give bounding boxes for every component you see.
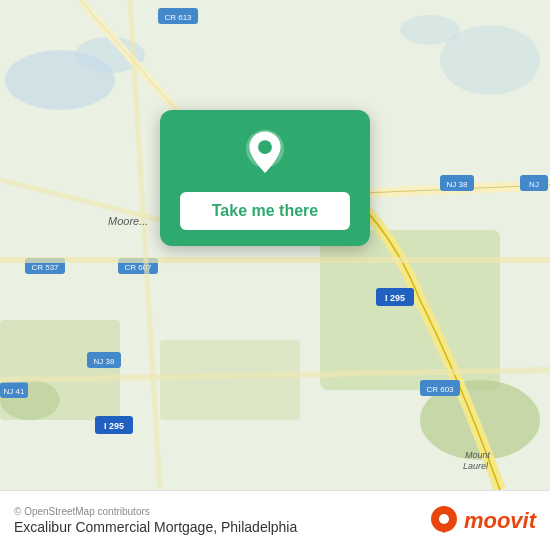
info-bar: © OpenStreetMap contributors Excalibur C…	[0, 490, 550, 550]
svg-text:I 295: I 295	[385, 293, 405, 303]
svg-point-44	[439, 514, 449, 524]
place-name: Excalibur Commercial Mortgage, Philadelp…	[14, 519, 297, 535]
svg-point-4	[400, 15, 460, 45]
moovit-logo: moovit	[428, 505, 536, 537]
copyright-text: © OpenStreetMap contributors	[14, 506, 297, 517]
svg-text:Laurel: Laurel	[463, 461, 489, 471]
action-card: Take me there	[160, 110, 370, 246]
svg-text:I 295: I 295	[104, 421, 124, 431]
moovit-brand-label: moovit	[464, 508, 536, 534]
svg-text:Mount: Mount	[465, 450, 491, 460]
svg-text:NJ 38: NJ 38	[447, 180, 468, 189]
svg-text:NJ 41: NJ 41	[4, 387, 25, 396]
map-area: I 295 I 295 CR 613 NJ 38 NJ CR 537 CR 60…	[0, 0, 550, 490]
svg-text:CR 613: CR 613	[164, 13, 192, 22]
svg-rect-7	[160, 340, 300, 420]
svg-text:NJ 38: NJ 38	[94, 357, 115, 366]
svg-point-42	[258, 140, 272, 154]
svg-rect-5	[320, 230, 500, 390]
take-me-there-button[interactable]: Take me there	[180, 192, 350, 230]
svg-text:CR 603: CR 603	[426, 385, 454, 394]
svg-text:Moore...: Moore...	[108, 215, 148, 227]
info-text: © OpenStreetMap contributors Excalibur C…	[14, 506, 297, 535]
location-pin-icon	[239, 128, 291, 180]
svg-text:NJ: NJ	[529, 180, 539, 189]
svg-text:CR 537: CR 537	[31, 263, 59, 272]
moovit-brand-icon	[428, 505, 460, 537]
